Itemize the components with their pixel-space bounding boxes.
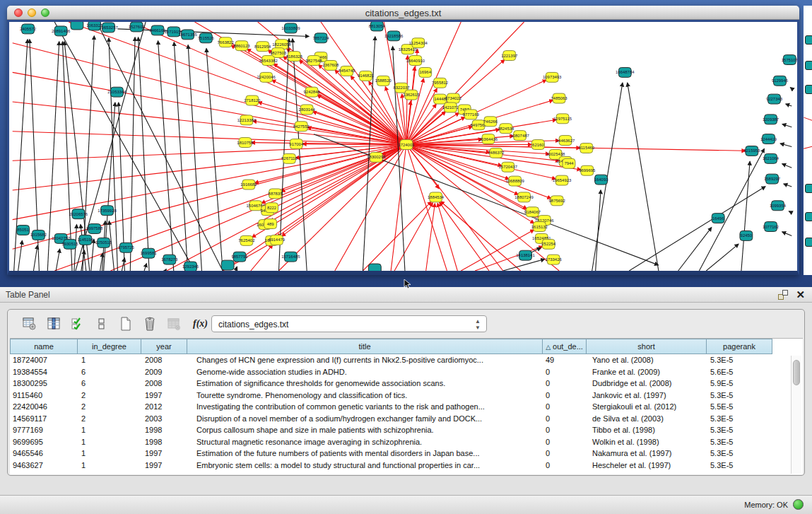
graph-node-label: 92450	[741, 233, 753, 238]
graph-node-label: 3824534	[498, 127, 514, 131]
network-svg[interactable]: 2405572208914061063325106532571527602846…	[9, 22, 797, 271]
cell-year: 1997	[141, 460, 187, 472]
cell-name: 9777169	[10, 424, 78, 436]
cell-year: 2009	[141, 366, 187, 378]
graph-node-label: 164093	[594, 177, 609, 182]
table-row[interactable]: 911546021997Tourette syndrome. Phenomeno…	[10, 390, 790, 402]
delete-table-icon[interactable]	[141, 315, 159, 332]
graph-edge	[699, 148, 764, 271]
graph-edge	[130, 37, 135, 271]
dropdown-stepper-icon: ▲▼	[475, 318, 481, 331]
graph-node	[805, 85, 812, 94]
close-panel-icon[interactable]: ✕	[796, 288, 805, 301]
graph-node-label: 7857224	[312, 36, 329, 40]
graph-node-label: 10807487	[510, 134, 529, 138]
column-header-title[interactable]: title	[187, 339, 543, 354]
network-window-titlebar[interactable]: citations_edges.txt	[7, 6, 799, 20]
cell-in_degree: 2	[78, 413, 141, 425]
cell-in_degree: 2	[78, 401, 141, 413]
float-window-icon[interactable]	[778, 290, 788, 300]
graph-node-label: 1615132	[531, 225, 548, 229]
graph-node-label: 9827548	[306, 59, 323, 63]
cell-title: Structural magnetic resonance image aver…	[187, 436, 543, 448]
table-panel-title: Table Panel	[6, 290, 50, 300]
graph-node-label: 17359928	[98, 209, 117, 213]
table-body: 1872400712008Changes of HCN gene express…	[10, 354, 790, 471]
network-canvas[interactable]: 2405572208914061063325106532571527602846…	[7, 20, 799, 275]
cell-in_degree: 1	[78, 448, 141, 460]
cell-pagerank: 5.9E-5	[707, 378, 772, 390]
table-row[interactable]: 946554611997Estimation of the future num…	[10, 448, 790, 460]
graph-node-label: 9699695	[579, 168, 596, 173]
graph-node-label: 8860123	[233, 44, 250, 48]
cell-pagerank: 5.3E-5	[707, 354, 772, 366]
graph-node-label: 917004	[289, 142, 304, 146]
graph-edge	[174, 42, 187, 271]
table-row[interactable]: 1872400712008Changes of HCN gene express…	[10, 354, 790, 366]
column-header-pagerank[interactable]: pagerank	[707, 339, 772, 354]
cell-out_de: 0	[543, 378, 587, 390]
function-builder-icon[interactable]: f(x)	[193, 318, 208, 329]
graph-node-label: 18300295	[367, 155, 386, 159]
table-row[interactable]: 946362711997Embryonic stem cells: a mode…	[10, 460, 790, 472]
cell-short: Dudbridge et al. (2008)	[587, 378, 707, 390]
graph-edge	[279, 145, 406, 271]
graph-edge	[782, 164, 792, 168]
graph-node-label: 15716485	[281, 255, 300, 259]
new-table-icon[interactable]	[117, 315, 135, 332]
graph-node-label: 10688809	[505, 179, 524, 183]
table-selector-dropdown[interactable]: citations_edges.txt ▲▼	[211, 315, 487, 332]
graph-node-label: 20891406	[52, 29, 71, 33]
graph-edge	[596, 190, 601, 271]
column-header-short[interactable]: short	[587, 339, 707, 354]
graph-edge	[33, 245, 37, 271]
select-attributes-icon[interactable]	[69, 315, 87, 332]
table-row[interactable]: 977716911998Corpus callosum shape and si…	[10, 424, 790, 436]
cell-title: Changes of HCN gene expression and I(f) …	[187, 354, 543, 366]
table-row[interactable]: 1830029562008Estimation of significance …	[10, 378, 790, 390]
graph-node-label: 1575107	[782, 58, 797, 62]
table-row[interactable]: 2242004622012Investigating the contribut…	[10, 401, 790, 413]
column-header-name[interactable]: name	[10, 339, 78, 354]
graph-edge	[784, 184, 792, 187]
column-header-out_de[interactable]: △out_de...	[543, 339, 587, 354]
select-column-icon[interactable]	[45, 315, 63, 332]
table-row[interactable]: 1456911722003Disruption of a novel membe…	[10, 413, 790, 425]
cell-short: Hescheler et al. (1997)	[587, 460, 707, 472]
graph-node-label: 6734022	[445, 96, 461, 100]
graph-edge	[440, 201, 520, 271]
graph-edge	[109, 38, 118, 271]
cell-in_degree: 1	[78, 424, 141, 436]
column-stack-icon[interactable]	[93, 315, 111, 332]
graph-edge	[363, 201, 431, 271]
graph-edge	[782, 124, 792, 127]
column-header-year[interactable]: year	[141, 339, 187, 354]
cell-name: 18300295	[10, 378, 78, 390]
graph-node-label: 1209387	[763, 117, 779, 122]
graph-edge	[56, 249, 59, 271]
graph-node-label: 1099354	[770, 204, 787, 208]
cell-name: 14569117	[10, 413, 78, 425]
cell-pagerank: 5.3E-5	[707, 424, 772, 436]
graph-node-label: 9115460	[578, 146, 594, 150]
graph-node[interactable]	[221, 260, 234, 270]
graph-node[interactable]	[368, 264, 381, 271]
graph-node[interactable]	[71, 22, 83, 30]
scrollbar-thumb[interactable]	[793, 360, 800, 385]
graph-node-label: 9215953	[743, 148, 760, 153]
graph-node-label: 9875692	[549, 199, 565, 203]
graph-node-label: 7485063	[551, 96, 568, 100]
table-settings-icon[interactable]	[20, 315, 39, 332]
column-header-in_degree[interactable]: in_degree	[78, 339, 141, 354]
table-row[interactable]: 1938455462009Genome-wide association stu…	[10, 366, 790, 378]
import-table-icon-disabled[interactable]	[165, 315, 183, 332]
table-row[interactable]: 969969511998Structural magnetic resonanc…	[10, 436, 790, 448]
graph-edge	[475, 246, 543, 271]
graph-node-label: 1589297	[764, 177, 780, 181]
graph-edge	[786, 104, 792, 106]
graph-node-label: 9227343	[766, 97, 783, 101]
graph-edge	[158, 41, 174, 271]
graph-node-label: 1621064	[763, 156, 779, 160]
table-panel-body: f(x) citations_edges.txt ▲▼ namein_degre…	[0, 303, 812, 495]
table-vertical-scrollbar[interactable]	[791, 356, 801, 474]
